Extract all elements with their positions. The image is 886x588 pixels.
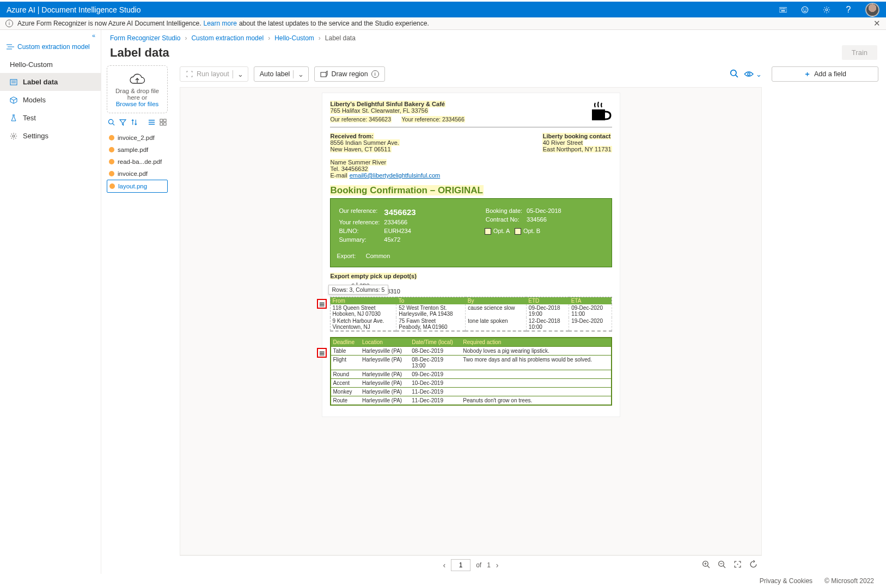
sidebar-item-models[interactable]: Models xyxy=(0,91,101,109)
sort-icon[interactable] xyxy=(131,119,138,127)
region-icon xyxy=(320,70,328,78)
svg-line-44 xyxy=(736,75,738,77)
breadcrumb-link[interactable]: Hello-Custom xyxy=(274,34,314,42)
sidebar-item-label: Test xyxy=(23,114,36,122)
chevron-down-icon[interactable]: ⌄ xyxy=(293,70,308,78)
svg-rect-4 xyxy=(785,8,786,9)
page-title: Label data xyxy=(110,46,169,60)
depot-title: Export empty pick up depot(s) xyxy=(330,273,612,279)
close-icon[interactable]: ✕ xyxy=(873,19,881,28)
svg-rect-42 xyxy=(321,72,326,77)
chevron-down-icon: ⌄ xyxy=(756,70,762,78)
grid-view-icon[interactable] xyxy=(160,119,167,127)
fit-icon[interactable] xyxy=(734,560,742,570)
draw-region-button[interactable]: Draw region i xyxy=(314,66,384,82)
cube-icon xyxy=(10,96,17,104)
help-icon[interactable]: ? xyxy=(844,5,853,15)
sidebar-item-test[interactable]: Test xyxy=(0,109,101,127)
info-icon: i xyxy=(371,70,379,78)
plus-icon: ＋ xyxy=(804,70,811,79)
filter-icon[interactable] xyxy=(119,119,126,127)
svg-point-6 xyxy=(802,7,808,13)
app-header: Azure AI | Document Intelligence Studio … xyxy=(0,2,886,17)
svg-line-30 xyxy=(15,138,16,138)
table-marker-icon[interactable]: ▦ xyxy=(317,348,327,358)
model-type-heading[interactable]: Custom extraction model xyxy=(0,39,101,56)
file-item[interactable]: sample.pdf xyxy=(107,144,168,156)
keyboard-icon[interactable] xyxy=(778,5,788,15)
document-page: Liberty's Delightful Sinful Bakery & Caf… xyxy=(322,93,620,416)
notice-bar: i Azure Form Recognizer is now Azure AI … xyxy=(0,17,886,30)
auto-label-button[interactable]: Auto label ⌄ xyxy=(254,66,309,82)
copyright: © Microsoft 2022 xyxy=(824,577,874,585)
privacy-link[interactable]: Privacy & Cookies xyxy=(760,577,812,585)
canvas-toolbar: Run layout ⌄ Auto label ⌄ Draw region i xyxy=(173,65,768,87)
table-marker-icon[interactable]: ▦ xyxy=(317,299,327,309)
doc-section-title: Booking Confirmation – ORIGINAL xyxy=(330,185,612,196)
dropzone[interactable]: Drag & drop file here or Browse for file… xyxy=(107,65,168,113)
add-field-button[interactable]: ＋ Add a field xyxy=(772,66,878,82)
sidebar-item-label: Label data xyxy=(23,78,58,86)
svg-rect-40 xyxy=(160,122,163,125)
file-item[interactable]: invoice_2.pdf xyxy=(107,132,168,144)
svg-rect-3 xyxy=(783,8,784,9)
avatar[interactable] xyxy=(865,3,879,17)
notice-learn-more-link[interactable]: Learn more xyxy=(204,20,237,27)
svg-line-15 xyxy=(828,11,829,12)
layer-visibility-toggle[interactable]: ⌄ xyxy=(744,70,762,78)
sidebar-item-label-data[interactable]: Label data xyxy=(0,73,101,91)
svg-rect-2 xyxy=(781,8,783,9)
svg-line-14 xyxy=(824,7,825,8)
collapse-sidebar-button[interactable]: « xyxy=(0,30,101,39)
chevron-down-icon[interactable]: ⌄ xyxy=(233,70,248,78)
svg-line-32 xyxy=(15,133,16,134)
run-layout-button[interactable]: Run layout ⌄ xyxy=(180,66,248,82)
fields-panel: ＋ Add a field xyxy=(768,65,886,574)
prev-page-button[interactable]: ‹ xyxy=(443,561,445,569)
svg-line-48 xyxy=(707,566,710,568)
status-dot-icon xyxy=(109,171,114,176)
doc-email-link: email6@libertydelightfulsinful.com xyxy=(350,172,440,179)
sidebar-item-label: Settings xyxy=(23,132,48,140)
zoom-out-icon[interactable] xyxy=(718,560,726,570)
page-input[interactable] xyxy=(451,559,471,571)
cloud-upload-icon xyxy=(111,74,164,88)
status-dot-icon xyxy=(109,159,114,164)
next-page-button[interactable]: › xyxy=(496,561,499,569)
zoom-in-icon[interactable] xyxy=(702,560,710,570)
left-sidebar: « Custom extraction model Hello-Custom L… xyxy=(0,30,101,574)
search-icon[interactable] xyxy=(108,119,115,127)
document-viewport[interactable]: Liberty's Delightful Sinful Bakery & Caf… xyxy=(180,87,762,555)
train-button[interactable]: Train xyxy=(842,45,877,60)
file-item[interactable]: invoice.pdf xyxy=(107,168,168,180)
label-icon xyxy=(10,78,17,86)
list-view-icon[interactable] xyxy=(148,119,155,127)
svg-rect-38 xyxy=(160,119,163,122)
svg-line-29 xyxy=(11,133,12,134)
dropzone-text2: here or xyxy=(111,94,164,101)
smiley-icon[interactable] xyxy=(800,5,810,15)
breadcrumb-link[interactable]: Form Recognizer Studio xyxy=(110,34,180,42)
svg-line-31 xyxy=(11,138,12,138)
flask-icon xyxy=(10,114,17,122)
table-tooltip: Rows: 3, Columns: 5 xyxy=(328,285,389,295)
file-item[interactable]: read-ba...de.pdf xyxy=(107,156,168,168)
rotate-icon[interactable] xyxy=(749,560,757,570)
dropzone-text1: Drag & drop file xyxy=(111,88,164,94)
file-item-selected[interactable]: layout.png xyxy=(107,180,168,193)
breadcrumb-link[interactable]: Custom extraction model xyxy=(191,34,264,42)
svg-point-9 xyxy=(826,9,828,11)
search-icon[interactable] xyxy=(730,69,738,79)
sidebar-item-settings[interactable]: Settings xyxy=(0,127,101,145)
svg-rect-1 xyxy=(780,8,781,9)
notice-suffix: about the latest updates to the service … xyxy=(239,20,429,27)
svg-point-54 xyxy=(737,564,738,565)
svg-line-34 xyxy=(113,124,114,125)
canvas-panel: Run layout ⌄ Auto label ⌄ Draw region i xyxy=(173,65,768,574)
browse-files-link[interactable]: Browse for files xyxy=(111,101,164,107)
scan-icon xyxy=(186,70,193,78)
footer: Privacy & Cookies © Microsoft 2022 xyxy=(748,574,886,588)
received-from-block: Received from: 8556 Indian Summer Ave. N… xyxy=(330,133,441,179)
gear-icon[interactable] xyxy=(822,5,832,15)
svg-point-24 xyxy=(13,135,15,137)
